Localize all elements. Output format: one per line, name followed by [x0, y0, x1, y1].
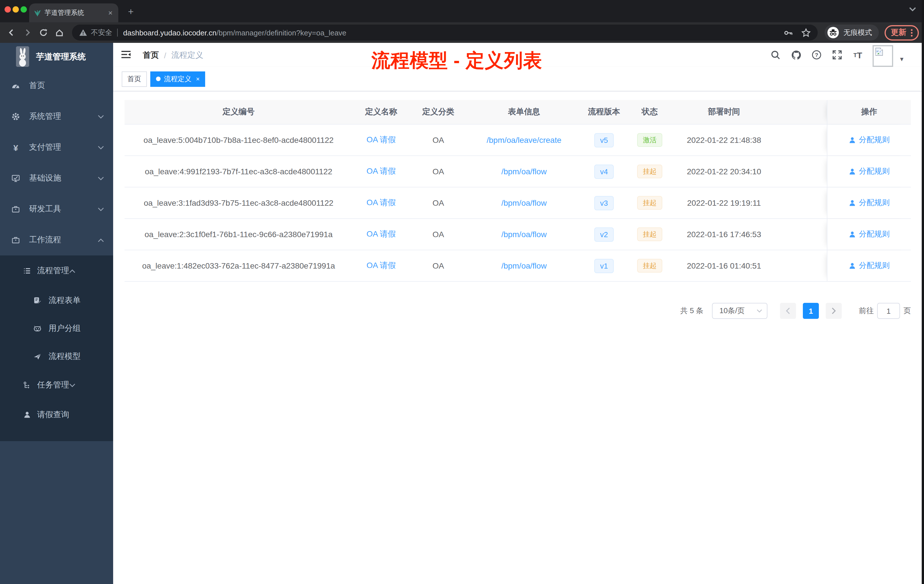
sidebar-item-label: 工作流程	[29, 235, 98, 245]
security-label[interactable]: 不安全	[91, 28, 112, 38]
tab-close-icon[interactable]: ×	[107, 8, 114, 17]
github-icon[interactable]	[790, 49, 802, 61]
sidebar: 芋道管理系统 首页 系统管理 ¥ 支付管理	[0, 43, 113, 584]
assign-rule-button[interactable]: 分配规则	[848, 135, 890, 145]
bookmark-star-icon[interactable]	[801, 28, 811, 38]
form-link[interactable]: /bpm/oa/leave/create	[487, 135, 561, 145]
window-zoom-button[interactable]	[21, 6, 27, 13]
sidebar-item-label: 流程管理	[37, 266, 69, 276]
window-close-button[interactable]	[5, 6, 11, 13]
next-page-button[interactable]	[826, 303, 842, 319]
form-link[interactable]: /bpm/oa/flow	[502, 230, 547, 239]
screen: 芋道管理系统 × + 不安全 dashboard.yudao.iocoder.c…	[0, 0, 924, 584]
tag-home[interactable]: 首页	[122, 71, 147, 87]
main-content: 定义编号 定义名称 定义分类 表单信息 流程版本 状态 部署时间 操作 oa_l…	[113, 91, 922, 584]
assign-rule-label: 分配规则	[859, 198, 890, 208]
sidebar-item-task-mgmt[interactable]: 任务管理	[0, 370, 113, 400]
form-link[interactable]: /bpm/oa/flow	[502, 198, 547, 208]
tag-close-icon[interactable]: ×	[196, 76, 200, 82]
sidebar-toggle-icon[interactable]	[121, 50, 131, 59]
search-icon[interactable]	[770, 49, 781, 61]
workflow-submenu: 流程管理 流程表单 用户分组	[0, 256, 113, 441]
monitor-icon	[12, 174, 20, 183]
column-header: 定义分类	[410, 107, 467, 117]
assign-rule-button[interactable]: 分配规则	[848, 261, 890, 271]
font-size-icon[interactable]: TT	[852, 49, 863, 61]
breadcrumb-home[interactable]: 首页	[143, 50, 159, 61]
chevron-down-icon	[69, 383, 76, 387]
address-bar[interactable]: 不安全 dashboard.yudao.iocoder.cn/bpm/manag…	[72, 25, 818, 41]
goto-page-input[interactable]: 1	[877, 303, 900, 319]
dashboard-gauge-icon	[12, 81, 20, 90]
tab-search-chevron-icon[interactable]	[909, 7, 916, 12]
assign-rule-button[interactable]: 分配规则	[848, 166, 890, 177]
url-host[interactable]: dashboard.yudao.iocoder.cn	[123, 28, 216, 37]
status-badge: 激活	[637, 133, 662, 147]
form-link[interactable]: /bpm/oa/flow	[502, 167, 547, 176]
browser-update-button[interactable]: 更新	[884, 25, 919, 40]
avatar[interactable]	[873, 45, 893, 66]
active-dot-icon	[156, 77, 160, 81]
definition-id: oa_leave:3:1fad3d93-7b75-11ec-a3c8-acde4…	[125, 198, 353, 208]
sidebar-item-infrastructure[interactable]: 基础设施	[0, 163, 113, 194]
version-badge: v4	[594, 164, 614, 178]
sidebar-item-leave-query[interactable]: 请假查询	[0, 400, 113, 430]
url-path[interactable]: /bpm/manager/definition?key=oa_leave	[216, 28, 346, 37]
incognito-badge: 无痕模式	[825, 25, 879, 41]
incognito-icon	[827, 26, 840, 39]
sidebar-item-workflow[interactable]: 工作流程	[0, 224, 113, 256]
definition-name-link[interactable]: OA 请假	[366, 166, 396, 175]
prev-page-button[interactable]	[780, 303, 796, 319]
robot-face-icon	[33, 324, 42, 333]
back-icon[interactable]	[5, 26, 18, 40]
sidebar-item-process-form[interactable]: 流程表单	[0, 286, 113, 314]
avatar-dropdown-caret-icon[interactable]: ▼	[899, 56, 904, 62]
page-size-select[interactable]: 10条/页	[712, 303, 767, 319]
window-minimize-button[interactable]	[13, 6, 19, 13]
forward-icon[interactable]	[21, 26, 34, 40]
assign-rule-label: 分配规则	[859, 229, 890, 239]
definition-name-link[interactable]: OA 请假	[366, 198, 396, 207]
update-label[interactable]: 更新	[891, 27, 906, 38]
sidebar-item-system[interactable]: 系统管理	[0, 101, 113, 132]
version-badge: v5	[594, 133, 614, 147]
window-controls[interactable]	[5, 6, 27, 13]
fullscreen-icon[interactable]	[832, 49, 843, 61]
definition-category: OA	[410, 135, 467, 145]
new-tab-button[interactable]: +	[124, 5, 138, 20]
sidebar-item-user-group[interactable]: 用户分组	[0, 314, 113, 342]
status-badge: 挂起	[637, 228, 662, 241]
svg-text:?: ?	[815, 52, 818, 58]
definition-name-link[interactable]: OA 请假	[366, 135, 396, 144]
definition-name-link[interactable]: OA 请假	[366, 261, 396, 270]
table-row: oa_leave:1:482ec033-762a-11ec-8477-a2380…	[125, 250, 911, 282]
sidebar-item-label: 基础设施	[29, 173, 98, 183]
breadcrumb: 首页 / 流程定义	[143, 50, 203, 61]
browser-tab[interactable]: 芋道管理系统 ×	[29, 3, 118, 22]
browser-menu-kebab-icon[interactable]	[911, 29, 912, 36]
form-link[interactable]: /bpm/oa/flow	[502, 261, 547, 270]
logo-avatar	[16, 46, 29, 67]
assign-rule-button[interactable]: 分配规则	[848, 198, 890, 208]
help-question-icon[interactable]: ?	[811, 49, 822, 61]
definition-category: OA	[410, 198, 467, 208]
definition-name-link[interactable]: OA 请假	[366, 229, 396, 238]
sidebar-item-process-model[interactable]: 流程模型	[0, 342, 113, 370]
sidebar-item-payment[interactable]: ¥ 支付管理	[0, 132, 113, 163]
home-icon[interactable]	[53, 26, 66, 40]
yen-icon: ¥	[12, 143, 20, 152]
deploy-time: 2022-01-16 01:40:51	[673, 261, 776, 270]
sidebar-item-process-mgmt[interactable]: 流程管理	[0, 256, 113, 286]
assign-rule-button[interactable]: 分配规则	[848, 229, 890, 239]
current-page-button[interactable]: 1	[803, 303, 819, 319]
column-header: 流程版本	[581, 107, 627, 117]
tag-process-definition[interactable]: 流程定义 ×	[150, 71, 205, 87]
sidebar-item-devtools[interactable]: 研发工具	[0, 194, 113, 224]
reload-icon[interactable]	[36, 26, 50, 40]
warning-triangle-icon[interactable]	[79, 28, 87, 36]
sidebar-item-home[interactable]: 首页	[0, 70, 113, 101]
sidebar-logo[interactable]: 芋道管理系统	[0, 43, 113, 70]
chevron-down-icon	[98, 176, 104, 180]
deploy-time: 2022-01-22 20:34:10	[673, 167, 776, 176]
key-icon[interactable]	[784, 28, 793, 38]
